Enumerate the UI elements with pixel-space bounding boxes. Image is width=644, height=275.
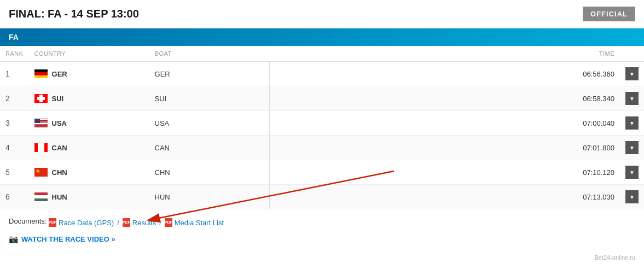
rank-cell: 3 — [0, 111, 29, 136]
chevron-cell[interactable]: ▼ — [620, 160, 644, 185]
rank-cell: 4 — [0, 136, 29, 160]
rank-cell: 6 — [0, 185, 29, 209]
country-cell: USA — [29, 111, 149, 136]
header-bar: FINAL: FA - 14 SEP 13:00 OFFICIAL — [0, 0, 644, 28]
watch-video-link[interactable]: 📷 WATCH THE RACE VIDEO » — [9, 235, 635, 243]
chevron-cell[interactable]: ▼ — [620, 111, 644, 136]
flag-chn — [34, 168, 48, 177]
expand-button[interactable]: ▼ — [625, 92, 639, 105]
boat-cell: SUI — [149, 86, 270, 111]
country-name: HUN — [52, 193, 67, 201]
country-name: GER — [52, 70, 67, 78]
rank-cell: 5 — [0, 160, 29, 185]
table-row: 1 GER GER 06:56.360 ▼ — [0, 62, 644, 86]
spacer-cell — [270, 111, 549, 136]
time-cell: 07:00.040 — [549, 111, 620, 136]
country-cell: GER — [29, 62, 149, 86]
page-title: FINAL: FA - 14 SEP 13:00 — [9, 8, 139, 20]
country-name: USA — [52, 119, 67, 127]
flag-ger — [34, 69, 48, 78]
col-spacer — [270, 46, 549, 62]
chevron-cell[interactable]: ▼ — [620, 62, 644, 86]
race-data-link[interactable]: Race Data (GPS) — [59, 219, 114, 227]
boat-cell: CHN — [149, 160, 270, 185]
documents-label: Documents: — [9, 217, 47, 225]
rank-cell: 2 — [0, 86, 29, 111]
watermark: Bet24-online.ru — [0, 251, 644, 264]
expand-button[interactable]: ▼ — [625, 190, 639, 203]
boat-cell: GER — [149, 62, 270, 86]
pdf-icon-1: PDF — [49, 218, 56, 227]
watermark-text: Bet24-online.ru — [594, 254, 635, 261]
boat-cell: CAN — [149, 136, 270, 160]
time-cell: 07:10.120 — [549, 160, 620, 185]
spacer-cell — [270, 62, 549, 86]
documents-links: PDF Race Data (GPS) / PDF Results / PDF … — [49, 218, 224, 227]
expand-button[interactable]: ▼ — [625, 116, 639, 130]
documents-section: Documents: PDF Race Data (GPS) / PDF Res… — [0, 209, 644, 230]
flag-can — [34, 143, 48, 152]
boat-cell: USA — [149, 111, 270, 136]
flag-hun — [34, 192, 48, 201]
spacer-cell — [270, 185, 549, 209]
video-label: WATCH THE RACE VIDEO » — [21, 235, 115, 243]
spacer-cell — [270, 160, 549, 185]
pdf-icon-2: PDF — [123, 218, 130, 227]
col-boat: BOAT — [149, 46, 270, 62]
camera-icon: 📷 — [9, 235, 18, 243]
video-section: 📷 WATCH THE RACE VIDEO » — [0, 230, 644, 251]
country-name: CAN — [52, 144, 67, 152]
pdf-icon-3: PDF — [165, 218, 172, 227]
country-cell: CAN — [29, 136, 149, 160]
table-row: 2 SUI SUI 06:58.340 ▼ — [0, 86, 644, 111]
time-cell: 07:01.800 — [549, 136, 620, 160]
chevron-cell[interactable]: ▼ — [620, 185, 644, 209]
country-cell: CHN — [29, 160, 149, 185]
expand-button[interactable]: ▼ — [625, 166, 639, 179]
col-action — [620, 46, 644, 62]
table-row: 6 HUN HUN 07:13.030 ▼ — [0, 185, 644, 209]
table-row: 3 USA USA 07:00.040 ▼ — [0, 111, 644, 136]
expand-button[interactable]: ▼ — [625, 141, 639, 154]
official-badge: OFFICIAL — [583, 7, 635, 21]
country-name: SUI — [52, 95, 64, 103]
country-cell: SUI — [29, 86, 149, 111]
col-country: COUNTRY — [29, 46, 149, 62]
chevron-cell[interactable]: ▼ — [620, 86, 644, 111]
section-label: FA — [9, 33, 19, 42]
flag-usa — [34, 119, 48, 127]
spacer-cell — [270, 136, 549, 160]
table-row: 4 CAN CAN 07:01.800 ▼ — [0, 136, 644, 160]
chevron-cell[interactable]: ▼ — [620, 136, 644, 160]
spacer-cell — [270, 86, 549, 111]
media-start-list-link[interactable]: Media Start List — [175, 219, 224, 227]
separator-2: / — [159, 219, 161, 227]
col-rank: RANK — [0, 46, 29, 62]
country-name: CHN — [52, 168, 67, 177]
results-table: RANK COUNTRY BOAT TIME 1 GER GER 06:56.3… — [0, 46, 644, 209]
flag-sui — [34, 94, 48, 103]
time-cell: 06:56.360 — [549, 62, 620, 86]
section-header: FA — [0, 28, 644, 46]
rank-cell: 1 — [0, 62, 29, 86]
col-time: TIME — [549, 46, 620, 62]
country-cell: HUN — [29, 185, 149, 209]
time-cell: 07:13.030 — [549, 185, 620, 209]
boat-cell: HUN — [149, 185, 270, 209]
time-cell: 06:58.340 — [549, 86, 620, 111]
separator-1: / — [117, 219, 119, 227]
table-row: 5 CHN CHN 07:10.120 ▼ — [0, 160, 644, 185]
results-link[interactable]: Results — [132, 219, 156, 227]
expand-button[interactable]: ▼ — [625, 67, 639, 80]
